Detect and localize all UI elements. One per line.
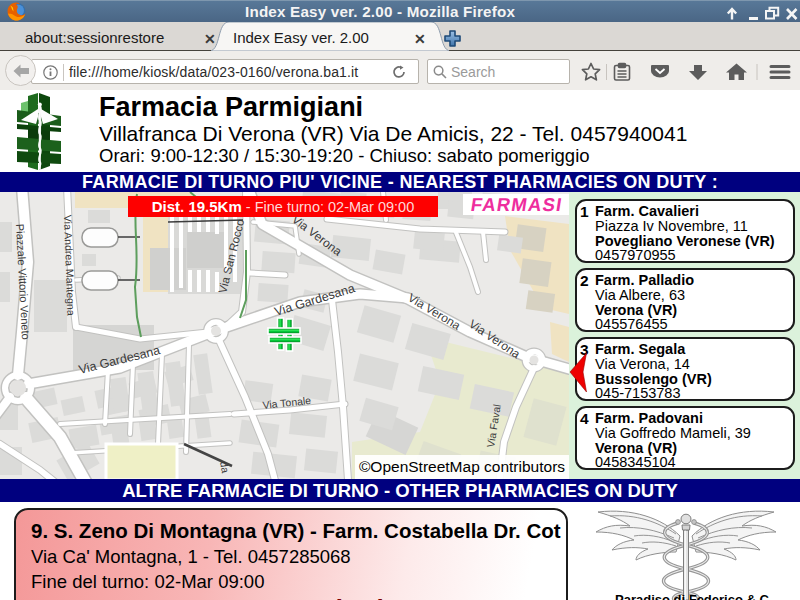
svg-text:da: da [218,460,232,474]
